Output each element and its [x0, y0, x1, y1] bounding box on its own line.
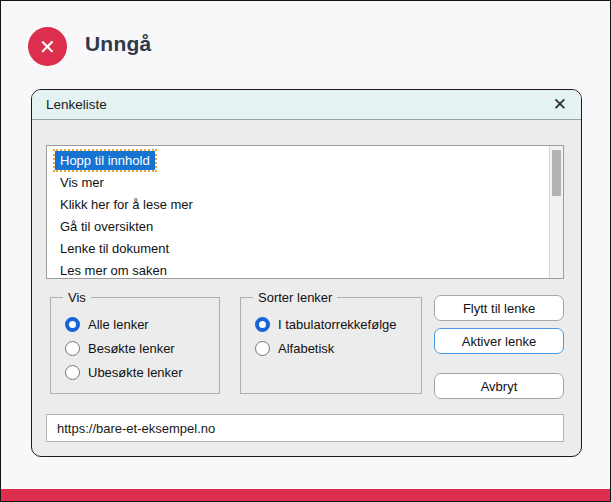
list-item-label: Vis mer	[55, 173, 109, 192]
list-item-label: Klikk her for å lese mer	[55, 195, 198, 214]
list-item[interactable]: Gå til oversikten	[55, 215, 545, 237]
scrollbar-thumb[interactable]	[552, 150, 561, 196]
sort-links-group: Sorter lenker I tabulatorrekkefølge Alfa…	[240, 290, 422, 394]
radio-alphabetical[interactable]: Alfabetisk	[255, 341, 413, 356]
radio-unvisited-links[interactable]: Ubesøkte lenker	[65, 365, 211, 380]
list-item-label: Hopp til innhold	[55, 151, 155, 170]
scrollbar[interactable]	[549, 146, 563, 278]
radio-icon[interactable]	[255, 341, 270, 356]
bottom-accent-bar	[1, 489, 610, 501]
radio-icon[interactable]	[65, 317, 80, 332]
dialog-title: Lenkeliste	[46, 97, 107, 112]
sort-links-legend: Sorter lenker	[253, 290, 337, 305]
page-title: Unngå	[85, 32, 151, 56]
move-to-link-button[interactable]: Flytt til lenke	[434, 295, 564, 321]
radio-all-links[interactable]: Alle lenker	[65, 317, 211, 332]
link-url-field[interactable]	[46, 414, 564, 442]
list-item[interactable]: Les mer om saken	[55, 259, 545, 279]
link-list-dialog: Lenkeliste ✕ Hopp til innhold Vis mer Kl…	[31, 89, 582, 457]
radio-label: I tabulatorrekkefølge	[278, 317, 397, 332]
show-links-group: Vis Alle lenker Besøkte lenker Ubesøkte …	[50, 290, 220, 394]
list-item[interactable]: Klikk her for å lese mer	[55, 193, 545, 215]
radio-icon[interactable]	[65, 365, 80, 380]
radio-visited-links[interactable]: Besøkte lenker	[65, 341, 211, 356]
radio-tab-order[interactable]: I tabulatorrekkefølge	[255, 317, 413, 332]
list-item[interactable]: Lenke til dokument	[55, 237, 545, 259]
dialog-titlebar: Lenkeliste ✕	[32, 90, 581, 120]
radio-label: Ubesøkte lenker	[88, 365, 183, 380]
radio-label: Besøkte lenker	[88, 341, 175, 356]
radio-icon[interactable]	[255, 317, 270, 332]
list-item[interactable]: Hopp til innhold	[55, 149, 545, 171]
cancel-button[interactable]: Avbryt	[434, 373, 564, 399]
link-listbox[interactable]: Hopp til innhold Vis mer Klikk her for å…	[46, 145, 564, 279]
list-item-label: Les mer om saken	[55, 261, 172, 280]
list-item[interactable]: Vis mer	[55, 171, 545, 193]
page: ✕ Unngå Lenkeliste ✕ Hopp til innhold Vi…	[0, 0, 611, 502]
radio-label: Alle lenker	[88, 317, 149, 332]
error-circle-icon: ✕	[28, 27, 67, 66]
x-glyph-icon: ✕	[39, 37, 56, 57]
activate-link-button[interactable]: Aktiver lenke	[434, 328, 564, 354]
radio-icon[interactable]	[65, 341, 80, 356]
list-item-label: Gå til oversikten	[55, 217, 158, 236]
show-links-legend: Vis	[63, 290, 91, 305]
list-item-label: Lenke til dokument	[55, 239, 174, 258]
close-icon[interactable]: ✕	[553, 96, 567, 113]
radio-label: Alfabetisk	[278, 341, 334, 356]
